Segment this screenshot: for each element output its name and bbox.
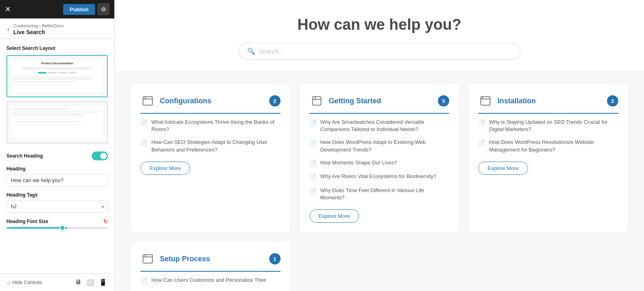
search-placeholder-text: Search...	[259, 48, 283, 55]
article-item: 📄 Why is Staying Updated on SEO Trends C…	[478, 119, 618, 133]
heading-tags-field: Heading Tags h2 h1 h3 h4 h5 h6 ▾	[6, 192, 108, 213]
lp-rows	[13, 77, 101, 82]
back-button[interactable]: ‹	[6, 25, 10, 34]
breadcrumb-area: Customizing › BetterDocs Live Search	[13, 23, 64, 35]
explore-more-button-installation[interactable]: Explore More	[478, 162, 528, 175]
category-icon-getting-started	[310, 94, 324, 108]
category-articles-configurations: 📄 What Intricate Ecosystems Thrive Along…	[140, 119, 281, 154]
heading-input[interactable]	[6, 174, 108, 186]
article-item: 📄 How Moments Shape Our Lives?	[310, 159, 450, 168]
document-icon: 📄	[310, 160, 316, 168]
category-count-getting-started: 5	[438, 95, 449, 107]
document-icon: 📄	[140, 277, 147, 285]
sidebar-content: Select Search Layout Product Documentati…	[0, 39, 114, 273]
lp2-header	[13, 108, 66, 110]
refresh-icon[interactable]: ↻	[103, 218, 108, 225]
heading-tags-wrapper: h2 h1 h3 h4 h5 h6 ▾	[6, 200, 108, 213]
section-title: Live Search	[13, 29, 64, 35]
gear-button[interactable]: ⚙	[97, 3, 109, 15]
article-item: 📄 Why Are Rivers Vital Ecosystems for Bi…	[310, 173, 450, 181]
heading-tags-label: Heading Tags	[6, 192, 108, 198]
hero-title: How can we help you?	[123, 16, 636, 33]
lp-row-1	[13, 77, 92, 78]
category-title-area-installation: Installation	[478, 94, 536, 108]
view-icons: 🖥 ⬜ 📱	[74, 278, 108, 287]
lp2-row-1	[13, 111, 101, 113]
explore-more-button-getting-started[interactable]: Explore More	[310, 209, 359, 223]
slider-thumb	[60, 225, 65, 231]
lp2-subrow-3	[16, 123, 77, 125]
lp-tab-2	[48, 72, 57, 74]
article-item: 📄 What Intricate Ecosystems Thrive Along…	[140, 119, 281, 133]
category-card-setup-process: Setup Process 1 📄 How Can Users Customiz…	[131, 242, 290, 291]
document-icon: 📄	[310, 139, 316, 147]
lp-row-3	[13, 81, 75, 82]
lp-tab-4	[68, 72, 77, 74]
category-header-setup-process: Setup Process 1	[140, 252, 281, 272]
article-item: 📄 How Can Users Customize and Personaliz…	[140, 277, 281, 285]
category-articles-installation: 📄 Why is Staying Updated on SEO Trends C…	[478, 119, 618, 154]
search-bar[interactable]: 🔍 Search...	[239, 43, 520, 59]
eye-icon: ◁	[6, 280, 10, 285]
category-count-installation: 2	[607, 95, 618, 107]
heading-field: Heading	[6, 166, 108, 186]
close-button[interactable]: ✕	[5, 6, 11, 13]
desktop-view-icon[interactable]: 🖥	[74, 278, 82, 287]
lp2-row-3	[13, 121, 83, 122]
article-item: 📄 Why Does Time Feel Different in Variou…	[310, 187, 450, 201]
category-articles-getting-started: 📄 Why Are Smartwatches Considered Versat…	[310, 119, 450, 201]
category-name-setup-process: Setup Process	[160, 255, 210, 263]
heading-font-size-field: Heading Font Size ↻	[6, 218, 108, 229]
hide-controls-button[interactable]: ◁ Hide Controls	[6, 280, 42, 285]
category-name-getting-started: Getting Started	[329, 97, 381, 105]
select-layout-label: Select Search Layout	[6, 45, 108, 51]
layout-preview-1: Product Documentation	[10, 59, 104, 93]
main-content: How can we help you? 🔍 Search... Conf	[115, 0, 644, 291]
svg-rect-9	[143, 255, 152, 263]
layout-option-2[interactable]	[6, 101, 108, 143]
category-articles-setup-process: 📄 How Can Users Customize and Personaliz…	[140, 277, 281, 285]
lp-tab-1	[38, 72, 47, 74]
heading-field-label: Heading	[6, 166, 108, 172]
category-icon-installation	[478, 94, 493, 108]
lp2-subrow-2	[16, 119, 73, 120]
publish-button[interactable]: Publish	[63, 4, 95, 15]
lp-row-2	[13, 79, 92, 80]
category-header-getting-started: Getting Started 5	[310, 94, 450, 114]
font-size-slider[interactable]	[6, 227, 108, 229]
mobile-view-icon[interactable]: 📱	[98, 278, 108, 287]
svg-rect-6	[481, 97, 490, 105]
article-item: 📄 How Does WordPress Revolutionize Websi…	[478, 139, 618, 153]
category-header-installation: Installation 2	[478, 94, 618, 114]
category-icon-setup-process	[140, 252, 155, 266]
search-heading-toggle[interactable]	[92, 152, 108, 160]
lp2-subrow-1	[16, 116, 82, 117]
document-icon: 📄	[310, 187, 316, 195]
category-count-configurations: 2	[269, 95, 281, 107]
svg-rect-3	[312, 97, 321, 105]
tablet-view-icon[interactable]: ⬜	[85, 278, 95, 287]
document-icon: 📄	[140, 119, 147, 127]
document-icon: 📄	[140, 139, 147, 147]
lp-tab-3	[58, 72, 67, 74]
categories-section: Configurations 2 📄 What Intricate Ecosys…	[115, 72, 644, 291]
category-title-area-setup-process: Setup Process	[140, 252, 210, 266]
article-item: 📄 How Does WordPress Adapt to Evolving W…	[310, 139, 450, 153]
category-card-getting-started: Getting Started 5 📄 Why Are Smartwatches…	[300, 84, 459, 232]
article-item: 📄 Why Are Smartwatches Considered Versat…	[310, 119, 450, 133]
category-name-installation: Installation	[497, 97, 536, 105]
search-heading-label: Search Heading	[6, 152, 108, 160]
category-title-area-configurations: Configurations	[140, 94, 211, 108]
sidebar-footer: ◁ Hide Controls 🖥 ⬜ 📱	[0, 273, 114, 291]
category-name-configurations: Configurations	[160, 97, 211, 105]
sidebar: ✕ Publish ⚙ ‹ Customizing › BetterDocs L…	[0, 0, 115, 291]
document-icon: 📄	[478, 139, 485, 147]
lp-tabs	[13, 72, 101, 74]
search-icon: 🔍	[247, 47, 255, 55]
category-count-setup-process: 1	[269, 253, 281, 264]
layout-preview-2	[10, 105, 104, 139]
heading-font-size-label: Heading Font Size ↻	[6, 218, 108, 225]
heading-tags-select[interactable]: h2 h1 h3 h4 h5 h6	[6, 200, 108, 213]
layout-option-1[interactable]: Product Documentation	[6, 55, 108, 97]
explore-more-button-configurations[interactable]: Explore More	[140, 162, 190, 175]
